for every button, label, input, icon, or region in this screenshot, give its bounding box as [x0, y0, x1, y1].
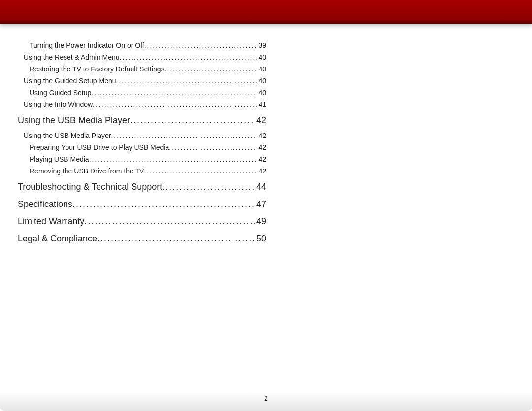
toc-leader-dots	[84, 216, 255, 227]
toc-entry-page: 41	[257, 101, 266, 108]
toc-entry-page: 42	[257, 132, 266, 139]
toc-entry: Using the Info Window41	[18, 101, 266, 108]
header-bar	[0, 0, 532, 24]
toc-entry: Using the USB Media Player42	[18, 132, 266, 139]
toc-entry-page: 40	[257, 89, 266, 97]
toc-entry: Preparing Your USB Drive to Play USB Med…	[18, 143, 266, 151]
toc-entry: Using Guided Setup40	[18, 89, 266, 97]
toc-leader-dots	[120, 53, 258, 61]
toc-entry: Using the USB Media Player42	[18, 115, 266, 126]
toc-entry-label: Using the USB Media Player	[18, 115, 130, 126]
toc-entry-label: Using the USB Media Player	[24, 132, 111, 139]
toc-leader-dots	[72, 199, 255, 209]
toc-leader-dots	[144, 41, 258, 49]
toc-leader-dots	[165, 65, 258, 73]
toc-entry-label: Using Guided Setup	[30, 89, 91, 97]
toc-leader-dots	[111, 132, 257, 139]
toc-leader-dots	[89, 155, 258, 163]
toc-entry: Specifications47	[18, 199, 266, 209]
toc-entry-page: 40	[257, 77, 266, 85]
toc-entry-page: 40	[257, 65, 266, 73]
toc-leader-dots	[144, 167, 257, 175]
toc-entry-page: 50	[255, 234, 266, 244]
toc-entry: Restoring the TV to Factory Default Sett…	[18, 65, 266, 73]
toc-entry: Removing the USB Drive from the TV42	[18, 167, 266, 175]
toc-entry-label: Limited Warranty	[18, 216, 84, 227]
toc-entry-label: Removing the USB Drive from the TV	[30, 167, 144, 175]
toc-entry-page: 47	[255, 199, 266, 209]
toc-leader-dots	[91, 89, 257, 97]
table-of-contents: Turning the Power Indicator On or Off39U…	[0, 24, 266, 244]
toc-entry-label: Troubleshooting & Technical Support	[18, 182, 162, 192]
toc-leader-dots	[116, 77, 258, 85]
toc-entry-page: 49	[255, 216, 266, 227]
toc-entry-page: 39	[257, 41, 266, 49]
toc-entry-label: Specifications	[18, 199, 72, 209]
toc-leader-dots	[162, 182, 255, 192]
toc-entry: Legal & Compliance50	[18, 234, 266, 244]
toc-entry-label: Turning the Power Indicator On or Off	[30, 41, 144, 49]
toc-entry-page: 42	[257, 155, 266, 163]
toc-entry-page: 40	[257, 53, 266, 61]
toc-leader-dots	[130, 115, 255, 126]
toc-entry: Using the Guided Setup Menu40	[18, 77, 266, 85]
toc-entry-label: Using the Reset & Admin Menu	[24, 53, 120, 61]
toc-entry-page: 42	[257, 143, 266, 151]
toc-entry-label: Playing USB Media	[30, 155, 89, 163]
toc-entry: Using the Reset & Admin Menu40	[18, 53, 266, 61]
toc-entry-label: Legal & Compliance	[18, 234, 97, 244]
toc-leader-dots	[169, 143, 257, 151]
toc-entry-page: 42	[257, 167, 266, 175]
toc-leader-dots	[93, 101, 257, 108]
toc-entry-label: Restoring the TV to Factory Default Sett…	[30, 65, 165, 73]
toc-entry: Playing USB Media42	[18, 155, 266, 163]
toc-entry-label: Preparing Your USB Drive to Play USB Med…	[30, 143, 169, 151]
toc-entry-page: 44	[255, 182, 266, 192]
toc-entry: Turning the Power Indicator On or Off39	[18, 41, 266, 49]
page-number: 2	[0, 394, 532, 402]
toc-entry: Troubleshooting & Technical Support44	[18, 182, 266, 192]
toc-leader-dots	[97, 234, 255, 244]
toc-entry: Limited Warranty49	[18, 216, 266, 227]
toc-entry-page: 42	[255, 115, 266, 126]
toc-entry-label: Using the Info Window	[24, 101, 93, 108]
toc-entry-label: Using the Guided Setup Menu	[24, 77, 116, 85]
